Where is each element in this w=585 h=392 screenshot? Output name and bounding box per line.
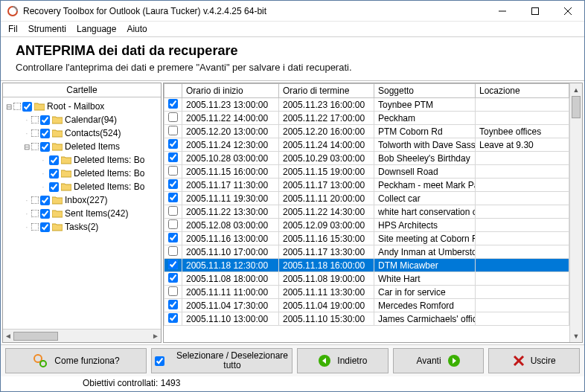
tree-item[interactable]: ·Inbox (227) [3, 193, 161, 207]
row-checkbox[interactable] [168, 152, 178, 162]
items-table[interactable]: Orario di inizio Orario di termine Sogge… [164, 83, 569, 326]
col-location-header[interactable]: Locazione [476, 84, 569, 98]
row-checkbox[interactable] [168, 300, 178, 309]
row-checkbox[interactable] [168, 206, 178, 216]
tree-item-checkbox[interactable] [40, 209, 50, 219]
row-checkbox[interactable] [168, 286, 178, 296]
tree-item-count: (94) [101, 115, 117, 125]
col-checkbox-header[interactable] [164, 84, 182, 98]
cell-location [476, 286, 569, 299]
folders-tree[interactable]: ⊟Root - Mailbox·Calendar (94)·Contacts (… [3, 97, 161, 329]
table-row[interactable]: 2005.11.22 13:30:002005.11.22 14:30:00wh… [164, 205, 569, 219]
table-row[interactable]: 2005.11.17 11:30:002005.11.17 13:00:00Pe… [164, 179, 569, 192]
how-it-works-label: Come funziona? [54, 356, 119, 366]
tree-item[interactable]: ⊟Deleted Items [3, 140, 161, 153]
table-row[interactable]: 2005.11.16 13:00:002005.11.16 15:30:00Si… [164, 232, 569, 245]
tree-item-label: Deleted Items: Bo [74, 155, 144, 165]
tree-item-checkbox[interactable] [40, 222, 50, 232]
table-row[interactable]: 2005.11.11 19:30:002005.11.11 20:00:00Co… [164, 192, 569, 205]
maximize-button[interactable] [519, 1, 552, 22]
cell-location [476, 112, 569, 125]
row-checkbox[interactable] [168, 166, 178, 176]
tree-item[interactable]: ·Calendar (94) [3, 113, 161, 126]
cell-subject: White Hart [374, 272, 476, 286]
row-checkbox[interactable] [168, 313, 178, 323]
minimize-button[interactable] [486, 1, 519, 22]
menu-language[interactable]: Language [77, 24, 116, 34]
row-checkbox[interactable] [168, 246, 178, 256]
tree-root-checkbox[interactable] [22, 102, 32, 112]
cell-end: 2005.11.11 13:30:00 [279, 286, 374, 299]
table-row[interactable]: 2005.10.28 03:00:002005.10.29 03:00:00Bo… [164, 152, 569, 165]
table-row[interactable]: 2005.11.08 18:00:002005.11.08 19:00:00Wh… [164, 272, 569, 286]
tree-item-checkbox[interactable] [40, 129, 50, 138]
how-it-works-button[interactable]: Come funziona? [5, 348, 147, 373]
tree-item-count: (524) [100, 128, 121, 138]
select-all-checkbox-icon [155, 356, 164, 366]
cell-start: 2005.11.22 13:30:00 [182, 205, 279, 219]
cell-start: 2005.11.23 13:00:00 [182, 98, 279, 112]
row-checkbox[interactable] [168, 219, 178, 229]
folders-hscrollbar[interactable]: ◄ ► [3, 329, 161, 342]
back-button[interactable]: Indietro [297, 348, 389, 373]
cell-location: Toynbee offices [476, 125, 569, 138]
row-checkbox[interactable] [168, 179, 178, 189]
cell-location [476, 232, 569, 245]
table-row[interactable]: 2005.11.04 17:30:002005.11.04 19:00:00Me… [164, 299, 569, 312]
tree-root-label: Root - Mailbox [47, 101, 104, 112]
tree-item-checkbox[interactable] [49, 169, 59, 179]
tree-item[interactable]: ·Tasks (2) [3, 220, 161, 234]
table-row[interactable]: 2005.11.10 17:00:002005.11.17 13:30:00An… [164, 245, 569, 259]
table-row[interactable]: 2005.12.20 13:00:002005.12.20 16:00:00PT… [164, 125, 569, 138]
tree-item[interactable]: ·Deleted Items: Bo [3, 153, 161, 167]
tree-item-checkbox[interactable] [49, 182, 59, 192]
table-row[interactable]: 2005.11.11 11:00:002005.11.11 13:30:00Ca… [164, 286, 569, 299]
cell-start: 2005.11.11 11:00:00 [182, 286, 279, 299]
col-start-header[interactable]: Orario di inizio [182, 84, 279, 98]
next-button[interactable]: Avanti [393, 348, 485, 373]
tree-item-checkbox[interactable] [49, 155, 59, 165]
col-subject-header[interactable]: Soggetto [374, 84, 476, 98]
row-checkbox[interactable] [168, 99, 178, 109]
close-button[interactable] [552, 1, 584, 22]
table-row[interactable]: 2005.11.15 16:00:002005.11.15 19:00:00Do… [164, 165, 569, 179]
tree-item-checkbox[interactable] [40, 115, 50, 125]
cell-subject: Peckham [374, 112, 476, 125]
tree-item[interactable]: ·Deleted Items: Bo [3, 167, 161, 180]
cell-location [476, 259, 569, 272]
cell-subject: white hart conservation o [374, 205, 476, 219]
row-checkbox[interactable] [168, 112, 178, 122]
table-row[interactable]: 2005.11.18 12:30:002005.11.18 16:00:00DT… [164, 259, 569, 272]
select-all-button[interactable]: Selezionare / Deselezionare tutto [151, 348, 292, 373]
tree-item[interactable]: ·Contacts (524) [3, 126, 161, 140]
cell-subject: DTM Micawber [374, 259, 476, 272]
menu-file[interactable]: Fil [8, 24, 18, 34]
items-vscrollbar[interactable]: ▲ ▼ [569, 83, 582, 342]
row-checkbox[interactable] [168, 139, 178, 149]
exit-button[interactable]: Uscire [488, 348, 580, 373]
row-checkbox[interactable] [168, 193, 178, 202]
menu-help[interactable]: Aiuto [127, 24, 147, 34]
col-end-header[interactable]: Orario di termine [279, 84, 374, 98]
tree-item-checkbox[interactable] [40, 142, 50, 152]
tree-item-checkbox[interactable] [40, 196, 50, 205]
cell-start: 2005.12.08 03:00:00 [182, 219, 279, 232]
row-checkbox[interactable] [168, 126, 178, 135]
table-row[interactable]: 2005.11.23 13:00:002005.11.23 16:00:00To… [164, 98, 569, 112]
row-checkbox[interactable] [168, 273, 178, 283]
row-checkbox[interactable] [168, 260, 178, 269]
tree-item[interactable]: ·Deleted Items: Bo [3, 180, 161, 193]
cell-start: 2005.11.16 13:00:00 [182, 232, 279, 245]
table-row[interactable]: 2005.11.10 13:00:002005.11.10 15:30:00Ja… [164, 312, 569, 326]
row-checkbox[interactable] [168, 233, 178, 242]
tree-item[interactable]: ·Sent Items (242) [3, 207, 161, 220]
tree-item-label: Tasks [65, 222, 88, 232]
svg-rect-2 [532, 7, 539, 14]
tree-root[interactable]: ⊟Root - Mailbox [3, 100, 161, 113]
table-row[interactable]: 2005.11.22 14:00:002005.11.22 17:00:00Pe… [164, 112, 569, 125]
table-row[interactable]: 2005.11.24 12:30:002005.11.24 14:00:00To… [164, 138, 569, 152]
table-row[interactable]: 2005.12.08 03:00:002005.12.09 03:00:00HP… [164, 219, 569, 232]
cell-subject: Site meeting at Coborn Rd [374, 232, 476, 245]
tree-item-count: (227) [86, 195, 107, 205]
menu-tools[interactable]: Strumenti [28, 24, 66, 34]
